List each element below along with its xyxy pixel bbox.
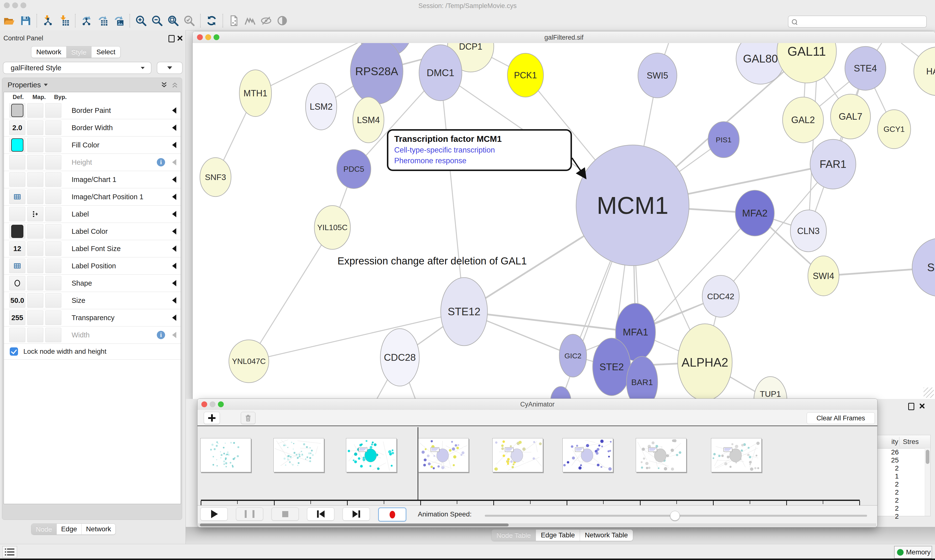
node-DMC1[interactable]: DMC1 [419,45,462,101]
tab-node-style[interactable]: Node [31,524,57,534]
tab-network-table[interactable]: Network Table [580,529,633,541]
chevron-left-icon[interactable] [172,176,176,183]
node-SWI4[interactable]: SWI4 [808,256,839,296]
lock-node-size-row[interactable]: Lock node width and height [4,344,181,360]
frame-thumbnail-6[interactable] [562,438,613,472]
node-CLN3[interactable]: CLN3 [790,210,826,252]
node-LSM2[interactable]: LSM2 [305,83,337,130]
node-CDC42[interactable]: CDC42 [702,275,739,317]
chevron-left-icon[interactable] [172,245,176,252]
table-scrollbar[interactable] [925,448,930,516]
frame-thumbnail-4[interactable] [418,438,469,472]
tab-style[interactable]: Style [66,46,91,58]
frame-thumbnail-5[interactable] [492,438,543,472]
property-row-image-chart-position-1[interactable]: Image/Chart Position 1 [4,188,181,206]
play-button[interactable] [201,508,228,521]
node-PCK1[interactable]: PCK1 [508,53,543,97]
slider-knob[interactable] [670,511,680,521]
skip-end-button[interactable] [343,508,370,521]
def-value-swatch[interactable] [11,225,23,238]
tab-network-style[interactable]: Network [82,524,116,534]
column-header[interactable]: ity [877,438,898,446]
export-image-icon[interactable] [112,14,125,28]
tab-network[interactable]: Network [31,46,66,58]
expand-all-icon[interactable] [160,81,168,89]
record-button[interactable] [378,508,406,522]
node-ALPHA2[interactable]: ALPHA2 [677,324,732,399]
animation-speed-slider[interactable] [485,515,867,517]
node-PDC5[interactable]: PDC5 [337,149,371,189]
timeline-playhead[interactable] [418,427,418,500]
properties-header[interactable]: Properties [2,78,182,92]
property-row-fill-color[interactable]: Fill Color [4,137,181,154]
property-row-border-width[interactable]: 2.0Border Width [4,119,181,137]
zoom-fit-icon[interactable] [166,14,180,28]
property-row-size[interactable]: 50.0Size [4,292,181,309]
node-SNF3[interactable]: SNF3 [200,158,231,197]
save-session-icon[interactable] [19,14,32,28]
add-frame-button[interactable] [204,412,220,424]
info-icon[interactable]: i [157,158,165,166]
frame-thumbnail-3[interactable] [346,438,397,472]
property-row-label-position[interactable]: Label Position [4,257,181,275]
node-table-header[interactable]: ity Stres [877,435,930,449]
frame-thumbnail-2[interactable] [273,438,324,472]
property-row-label-color[interactable]: Label Color [4,223,181,240]
zoom-out-icon[interactable] [150,14,164,28]
chevron-left-icon[interactable] [172,125,176,131]
node-TUP1[interactable]: TUP1 [754,377,787,399]
node-STE4[interactable]: STE4 [845,46,886,90]
node-GAL7[interactable]: GAL7 [830,94,870,139]
tab-edge-table[interactable]: Edge Table [536,529,580,541]
property-row-transparency[interactable]: 255Transparency [4,309,181,326]
skip-start-button[interactable] [307,508,334,521]
node-STE12[interactable]: STE12 [441,278,488,346]
annotation-link[interactable]: Cell-type-specific transcription [394,146,565,154]
export-table-icon[interactable] [96,14,110,28]
panel-float-icon[interactable] [908,403,914,410]
node-YNL047C[interactable]: YNL047C [229,340,269,383]
window-resize-grip[interactable] [924,388,934,398]
property-row-label-font-size[interactable]: 12Label Font Size [4,240,181,257]
panel-list-button[interactable] [2,546,17,558]
node-MFA2[interactable]: MFA2 [735,190,774,236]
node-PIS1[interactable]: PIS1 [708,122,739,158]
panel-close-icon[interactable] [919,403,925,409]
node-HAP[interactable]: HAP2 [914,47,935,95]
open-session-icon[interactable] [3,14,16,28]
frame-thumbnail-1[interactable] [201,438,251,472]
import-network-icon[interactable] [41,14,55,28]
network-window-titlebar[interactable]: galFiltered.sif [193,31,935,43]
search-box[interactable] [788,15,927,28]
timeline-scrollbar[interactable] [198,523,876,527]
node-GCY1[interactable]: GCY1 [878,110,911,149]
property-row-width[interactable]: Widthi [4,326,181,344]
property-row-image-chart-1[interactable]: Image/Chart 1 [4,171,181,188]
node-FAR1[interactable]: FAR1 [810,139,856,189]
frame-thumbnail-7[interactable] [636,438,687,472]
network-canvas[interactable]: DCP1RPS28ADMC1PCK1SWI5GAL80GAL11STE4HAP2… [193,43,935,399]
export-network-icon[interactable] [80,14,93,28]
search-input[interactable] [799,18,926,26]
node-STE2[interactable]: STE2 [592,338,631,395]
chevron-left-icon[interactable] [172,228,176,234]
column-header[interactable]: Stres [903,438,919,446]
zoom-in-icon[interactable] [134,14,148,28]
tab-node-table[interactable]: Node Table [492,529,536,541]
style-selector[interactable]: galFiltered Style [3,62,151,74]
property-row-shape[interactable]: Shape [4,275,181,292]
node-YIL105C[interactable]: YIL105C [314,206,350,249]
annotation-box[interactable]: Transcription factor MCM1 Cell-type-spec… [387,129,572,171]
node-GAL2[interactable]: GAL2 [782,97,824,143]
tab-select[interactable]: Select [91,46,120,58]
def-value-swatch[interactable] [11,138,23,152]
node-MTH1[interactable]: MTH1 [239,70,272,117]
style-options-button[interactable] [157,62,183,74]
node-bot[interactable] [551,386,571,399]
node-SWI5[interactable]: SWI5 [638,53,677,98]
import-table-icon[interactable] [57,14,71,28]
annotation-link[interactable]: Pheromone response [394,157,565,165]
lock-checkbox[interactable] [10,348,18,355]
node-SLT2[interactable]: SLT2 [912,238,935,297]
node-GIC2[interactable]: GIC2 [559,334,586,377]
